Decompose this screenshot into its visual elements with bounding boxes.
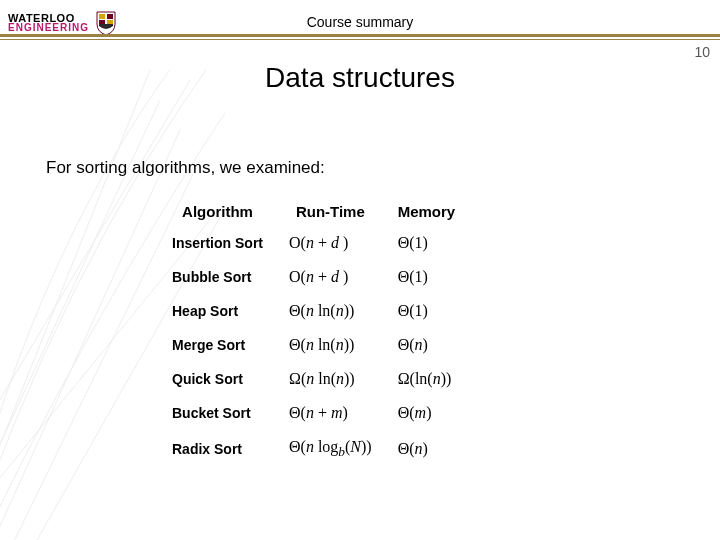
table-row: Quick Sort Ω(n ln(n)) Ω(ln(n)) — [160, 363, 467, 395]
table-header-row: Algorithm Run-Time Memory — [160, 198, 467, 225]
divider — [0, 34, 720, 40]
svg-line-5 — [0, 70, 150, 540]
cell-runtime: O(n + d ) — [277, 227, 384, 259]
cell-runtime: Θ(n + m) — [277, 397, 384, 429]
table-row: Heap Sort Θ(n ln(n)) Θ(1) — [160, 295, 467, 327]
cell-algorithm: Insertion Sort — [160, 227, 275, 259]
complexity-table: Algorithm Run-Time Memory Insertion Sort… — [158, 196, 469, 469]
cell-algorithm: Bucket Sort — [160, 397, 275, 429]
cell-algorithm: Quick Sort — [160, 363, 275, 395]
cell-memory: Θ(1) — [386, 227, 468, 259]
cell-runtime: Θ(n ln(n)) — [277, 295, 384, 327]
col-memory: Memory — [386, 198, 468, 225]
table-row: Insertion Sort O(n + d ) Θ(1) — [160, 227, 467, 259]
header-label: Course summary — [0, 14, 720, 30]
cell-algorithm: Bubble Sort — [160, 261, 275, 293]
page-title: Data structures — [0, 62, 720, 94]
cell-memory: Θ(m) — [386, 397, 468, 429]
table-row: Merge Sort Θ(n ln(n)) Θ(n) — [160, 329, 467, 361]
cell-memory: Θ(1) — [386, 261, 468, 293]
cell-memory: Θ(n) — [386, 329, 468, 361]
page-number: 10 — [694, 44, 710, 60]
slide: WATERLOO ENGINEERING Course summary 10 D… — [0, 0, 720, 540]
cell-algorithm: Radix Sort — [160, 431, 275, 467]
cell-algorithm: Merge Sort — [160, 329, 275, 361]
header: WATERLOO ENGINEERING Course summary — [0, 6, 720, 36]
table-row: Bucket Sort Θ(n + m) Θ(m) — [160, 397, 467, 429]
cell-memory: Θ(n) — [386, 431, 468, 467]
cell-memory: Θ(1) — [386, 295, 468, 327]
col-runtime: Run-Time — [277, 198, 384, 225]
cell-memory: Ω(ln(n)) — [386, 363, 468, 395]
cell-runtime: Ω(n ln(n)) — [277, 363, 384, 395]
cell-runtime: Θ(n ln(n)) — [277, 329, 384, 361]
table-row: Bubble Sort O(n + d ) Θ(1) — [160, 261, 467, 293]
intro-text: For sorting algorithms, we examined: — [46, 158, 325, 178]
table-row: Radix Sort Θ(n logb(N)) Θ(n) — [160, 431, 467, 467]
svg-line-0 — [0, 130, 180, 540]
cell-runtime: Θ(n logb(N)) — [277, 431, 384, 467]
cell-algorithm: Heap Sort — [160, 295, 275, 327]
cell-runtime: O(n + d ) — [277, 261, 384, 293]
col-algorithm: Algorithm — [160, 198, 275, 225]
